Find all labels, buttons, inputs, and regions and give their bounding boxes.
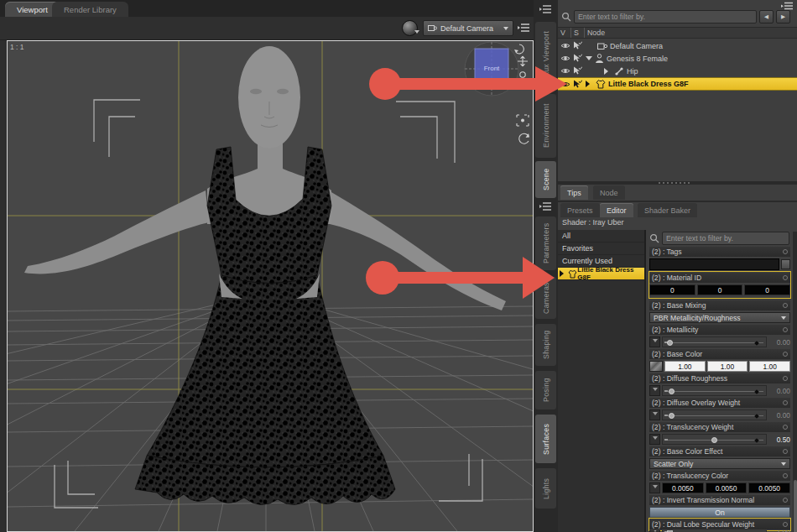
cursor-check-icon[interactable] xyxy=(573,66,582,76)
gear-icon[interactable] xyxy=(783,327,788,332)
tab-editor[interactable]: Editor xyxy=(600,203,633,217)
tags-input[interactable] xyxy=(649,258,779,270)
prop-metallicity-header[interactable]: (2) : Metallicity xyxy=(649,325,790,335)
base-color-g[interactable]: 1.00 xyxy=(707,361,748,372)
gear-icon[interactable] xyxy=(783,352,788,357)
gear-icon[interactable] xyxy=(783,400,788,405)
expander-right-icon[interactable] xyxy=(560,270,567,277)
cursor-check-icon[interactable] xyxy=(573,41,582,50)
cursor-check-icon[interactable] xyxy=(573,54,582,63)
scene-node-little-black-dress[interactable]: Little Black Dress G8F xyxy=(558,77,797,91)
diffuse-roughness-slider[interactable] xyxy=(662,385,767,396)
pane-splitter[interactable] xyxy=(558,181,797,185)
translucency-color-g[interactable]: 0.0050 xyxy=(706,482,748,493)
base-color-texture-thumbnail[interactable] xyxy=(649,361,663,372)
cursor-check-icon[interactable] xyxy=(573,80,582,89)
gear-icon[interactable] xyxy=(783,425,788,430)
base-color-effect-dropdown[interactable]: Scatter Only xyxy=(649,458,790,469)
prop-base-color-effect-header[interactable]: (2) : Base Color Effect xyxy=(649,446,790,456)
camera-selector-dropdown[interactable]: Default Camera xyxy=(423,20,513,36)
3d-viewport[interactable]: Front 1 : 1 xyxy=(7,40,534,532)
base-color-b[interactable]: 1.00 xyxy=(749,361,790,372)
slider-menu-button[interactable] xyxy=(649,482,660,493)
filter-next-button[interactable]: ▶ xyxy=(776,10,790,23)
slider-menu-button[interactable] xyxy=(649,434,660,445)
side-tab-environment[interactable]: Environment xyxy=(535,94,556,158)
prop-diffuse-roughness-header[interactable]: (2) : Diffuse Roughness xyxy=(649,373,790,383)
scene-node-default-camera[interactable]: Default Camera xyxy=(558,39,797,52)
translucency-color-r[interactable]: 0.0050 xyxy=(662,482,704,493)
material-id-b[interactable]: 0 xyxy=(744,284,790,295)
gear-icon[interactable] xyxy=(783,473,788,478)
eye-icon[interactable] xyxy=(560,41,570,50)
props-scrollbar[interactable] xyxy=(793,232,797,532)
prop-base-mixing-header[interactable]: (2) : Base Mixing xyxy=(649,300,790,310)
prop-diffuse-overlay-header[interactable]: (2) : Diffuse Overlay Weight xyxy=(649,398,790,408)
slider-menu-button[interactable] xyxy=(649,385,660,396)
column-node: Node xyxy=(585,28,797,38)
translucency-color-b[interactable]: 0.0050 xyxy=(748,482,790,493)
base-mixing-dropdown[interactable]: PBR Metallicity/Roughness xyxy=(649,312,790,323)
expander-right-icon[interactable] xyxy=(604,68,612,75)
expander-down-icon[interactable] xyxy=(586,56,592,64)
slider-handle[interactable] xyxy=(669,389,675,394)
diffuse-overlay-slider[interactable] xyxy=(662,409,767,420)
drawstyle-orb-icon[interactable] xyxy=(402,20,418,36)
pane-menu-icon[interactable] xyxy=(539,201,552,212)
props-filter-input[interactable] xyxy=(662,232,789,245)
gear-icon[interactable] xyxy=(783,275,788,280)
prop-translucency-color-header[interactable]: (2) : Translucency Color xyxy=(649,471,790,481)
tab-presets[interactable]: Presets xyxy=(560,203,600,217)
prop-base-mixing-control: PBR Metallicity/Roughness xyxy=(649,312,790,323)
base-color-r[interactable]: 1.00 xyxy=(664,361,706,372)
side-tab-shaping[interactable]: Shaping xyxy=(535,324,556,366)
prop-base-color-header[interactable]: (2) : Base Color xyxy=(649,349,790,359)
scene-node-hip[interactable]: Hip xyxy=(558,65,797,77)
category-favorites[interactable]: Favorites xyxy=(558,243,644,255)
category-little-black-dress[interactable]: Little Black Dress G8F xyxy=(558,268,644,280)
side-tab-surfaces[interactable]: Surfaces xyxy=(535,415,556,463)
tags-browse-button[interactable] xyxy=(781,259,790,269)
gear-icon[interactable] xyxy=(783,498,788,503)
slider-handle[interactable] xyxy=(711,437,717,443)
prop-translucency-weight-header[interactable]: (2) : Translucency Weight xyxy=(649,422,790,432)
prop-tags-header[interactable]: (2) : Tags xyxy=(649,247,790,257)
material-id-g[interactable]: 0 xyxy=(697,284,743,295)
search-icon xyxy=(649,233,659,243)
prop-invert-transmission-header[interactable]: (2) : Invert Transmission Normal xyxy=(649,495,790,505)
gear-icon[interactable] xyxy=(783,449,788,454)
eye-icon[interactable] xyxy=(560,54,570,63)
filter-prev-button[interactable]: ◀ xyxy=(759,10,774,23)
pane-menu-icon[interactable] xyxy=(518,23,530,34)
invert-transmission-toggle[interactable]: On xyxy=(649,507,790,518)
tab-node[interactable]: Node xyxy=(593,185,625,200)
slider-menu-button[interactable] xyxy=(649,336,660,347)
material-id-r[interactable]: 0 xyxy=(649,284,695,295)
pane-menu-icon[interactable] xyxy=(539,4,552,15)
gear-icon[interactable] xyxy=(783,249,788,254)
scene-node-genesis-8-female[interactable]: Genesis 8 Female xyxy=(558,52,797,65)
translucency-weight-slider[interactable] xyxy=(662,434,767,445)
prop-material-id-header[interactable]: (2) : Material ID xyxy=(649,273,790,283)
expander-right-icon[interactable] xyxy=(586,81,593,87)
gear-icon[interactable] xyxy=(783,522,788,527)
prop-diffuse-roughness-control: 0.00 xyxy=(649,385,790,396)
tab-tips[interactable]: Tips xyxy=(560,185,588,200)
gear-icon[interactable] xyxy=(783,303,788,308)
prop-base-color-control: 1.00 1.00 1.00 xyxy=(649,361,790,372)
chevron-down-icon xyxy=(781,462,786,468)
prop-dual-lobe-header[interactable]: (2) : Dual Lobe Specular Weight xyxy=(649,519,790,529)
tab-render-library[interactable]: Render Library xyxy=(52,2,128,17)
tab-shader-baker[interactable]: Shader Baker xyxy=(638,203,697,217)
scrollbar-thumb[interactable] xyxy=(794,480,797,532)
side-tab-scene[interactable]: Scene xyxy=(535,161,556,198)
side-tab-lights[interactable]: Lights xyxy=(535,468,556,509)
side-tab-posing[interactable]: Posing xyxy=(535,371,556,409)
slider-handle[interactable] xyxy=(667,340,673,346)
metallicity-slider[interactable] xyxy=(662,336,767,347)
gear-icon[interactable] xyxy=(783,376,788,381)
scene-filter-input[interactable] xyxy=(574,10,757,23)
slider-menu-button[interactable] xyxy=(649,409,660,420)
slider-handle[interactable] xyxy=(669,413,675,419)
category-all[interactable]: All xyxy=(558,230,644,243)
